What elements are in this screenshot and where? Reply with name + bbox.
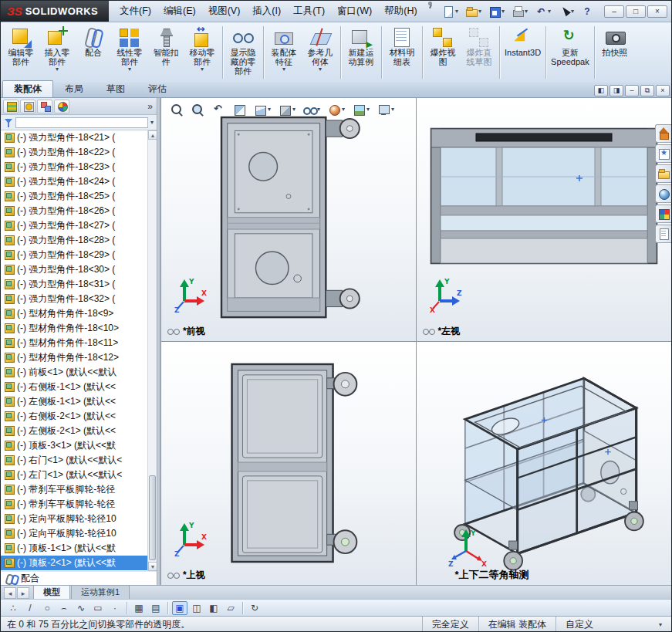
doc-restore-button[interactable]: ⧉: [640, 85, 654, 96]
tree-item[interactable]: (-) 右门<1> (默认<<默认<: [1, 453, 147, 468]
scroll-down-icon[interactable]: ▼: [148, 562, 157, 571]
menu-item[interactable]: 文件(F): [113, 2, 157, 21]
tree-item[interactable]: (-) 顶板-3<1> (默认<<默: [1, 438, 147, 453]
task-pane-tab[interactable]: [655, 184, 671, 203]
quick-snaps-icon[interactable]: ∴: [5, 601, 21, 615]
task-pane-tab[interactable]: [655, 164, 671, 183]
viewport-front[interactable]: Y X Z *前视: [161, 98, 417, 342]
tile-right-button[interactable]: ◨: [610, 85, 623, 96]
task-pane-tab[interactable]: [655, 225, 671, 243]
view-toolbar-button[interactable]: [209, 101, 228, 118]
ribbon-button[interactable]: 智能扣 件: [148, 24, 184, 69]
quick-access-button[interactable]: ▾: [555, 4, 576, 19]
tree-item[interactable]: (-) 强力型角件-18<24> (: [1, 174, 147, 189]
rectangle-icon[interactable]: ▭: [90, 601, 106, 615]
model-tab[interactable]: 模型: [33, 585, 70, 599]
tree-item[interactable]: (-) 型材角件角件-18<11>: [1, 336, 147, 350]
view-toolbar-button[interactable]: ▾: [374, 101, 397, 118]
point-icon[interactable]: ∙: [107, 601, 123, 615]
ribbon-button[interactable]: 更新 Speedpak: [549, 24, 592, 69]
viewport-top[interactable]: Y X Z *上视: [161, 342, 417, 586]
tree-scrollbar[interactable]: ▲ ▼: [147, 130, 157, 571]
tree-item[interactable]: (-) 强力型角件-18<30> (: [1, 262, 147, 277]
circle-icon[interactable]: ○: [39, 601, 55, 615]
left-view-drawing[interactable]: [428, 123, 660, 269]
shaded-view-icon[interactable]: ▣: [172, 601, 187, 615]
task-pane-tab[interactable]: [655, 204, 671, 223]
command-tab[interactable]: 装配体: [2, 80, 53, 97]
front-view-drawing[interactable]: [177, 112, 400, 326]
tree-item[interactable]: (-) 左门<1> (默认<<默认<: [1, 468, 147, 482]
tree-item[interactable]: (-) 带刹车平板脚轮-轮径: [1, 482, 147, 497]
line-icon[interactable]: /: [22, 601, 38, 615]
tree-item[interactable]: (-) 强力型角件-18<23> (: [1, 160, 147, 174]
tree-item[interactable]: (-) 型材角件角件-18<12>: [1, 350, 147, 365]
tree-item[interactable]: (-) 定向平板脚轮-轮径10: [1, 512, 147, 526]
tree-item[interactable]: (-) 左侧板-2<1> (默认<<: [1, 424, 147, 438]
tree-item[interactable]: (-) 型材角件角件-18<10>: [1, 321, 147, 336]
menu-item[interactable]: 窗口(W): [331, 2, 378, 21]
grid-icon[interactable]: ▦: [131, 601, 147, 615]
command-tab[interactable]: 评估: [137, 80, 178, 97]
tree-item[interactable]: (-) 强力型角件-18<32> (: [1, 292, 147, 306]
command-tab[interactable]: 草图: [95, 80, 137, 97]
status-cell[interactable]: 自定义 ▾: [555, 617, 671, 632]
snap-icon[interactable]: ▤: [148, 601, 164, 615]
ribbon-button[interactable]: 材料明 细表: [384, 24, 420, 69]
mates-folder-row[interactable]: 配合: [1, 571, 157, 585]
ribbon-button[interactable]: 移动零 部件 ▾: [184, 24, 220, 75]
quick-access-button[interactable]: ▾: [463, 4, 484, 19]
ribbon-button[interactable]: 拍快照: [597, 24, 633, 59]
tree-item[interactable]: (-) 强力型角件-18<26> (: [1, 204, 147, 218]
task-pane-tab[interactable]: [655, 124, 671, 143]
tree-item[interactable]: (-) 顶板-2<1> (默认<<默: [1, 556, 147, 570]
top-view-drawing[interactable]: [204, 360, 373, 566]
tree-item[interactable]: (-) 强力型角件-18<25> (: [1, 189, 147, 204]
scroll-up-icon[interactable]: ▲: [148, 130, 157, 140]
tree-item[interactable]: (-) 强力型角件-18<21> (: [1, 130, 147, 145]
feature-manager-tab[interactable]: [37, 100, 52, 113]
tab-scroll-button[interactable]: ▸: [17, 587, 29, 599]
quick-access-button[interactable]: ?: [579, 4, 596, 19]
view-toolbar-button[interactable]: ▾: [350, 101, 372, 118]
tree-item[interactable]: (-) 左侧板-1<1> (默认<<: [1, 394, 147, 409]
view-toolbar-button[interactable]: [230, 101, 248, 118]
feature-manager-tab[interactable]: [20, 100, 35, 113]
menu-pin-icon[interactable]: [427, 1, 434, 8]
menu-item[interactable]: 编辑(E): [157, 2, 202, 21]
quick-access-button[interactable]: ▾: [509, 4, 530, 19]
ribbon-button[interactable]: 参考几 何体 ▾: [302, 24, 338, 75]
tree-item[interactable]: (-) 强力型角件-18<31> (: [1, 277, 147, 292]
status-cell[interactable]: 完全定义: [422, 617, 478, 632]
filter-input[interactable]: [15, 117, 148, 128]
view-toolbar-button[interactable]: [167, 101, 186, 118]
arc-icon[interactable]: ⌢: [56, 601, 72, 615]
menu-item[interactable]: 插入(I): [246, 2, 287, 21]
feature-manager-tab[interactable]: [3, 100, 19, 113]
quick-access-button[interactable]: ▾: [440, 4, 461, 19]
command-tab[interactable]: 布局: [53, 80, 95, 97]
tree-item[interactable]: (-) 强力型角件-18<22> (: [1, 145, 147, 160]
doc-minimize-button[interactable]: –: [625, 85, 639, 96]
ribbon-button[interactable]: 新建运 动算例: [343, 24, 379, 69]
minimize-button[interactable]: –: [604, 5, 624, 18]
hidden-lines-icon[interactable]: ◫: [189, 601, 204, 615]
tree-item[interactable]: (-) 前板<1> (默认<<默认: [1, 365, 147, 380]
chevron-down-icon[interactable]: ▾: [150, 119, 154, 126]
viewport-left[interactable]: Y Z X *左视: [417, 98, 672, 342]
tree-item[interactable]: (-) 右侧板-1<1> (默认<<: [1, 380, 147, 394]
quick-access-button[interactable]: ▾: [486, 4, 507, 19]
tile-left-button[interactable]: ◧: [594, 85, 608, 96]
tree-item[interactable]: (-) 带刹车平板脚轮-轮径: [1, 497, 147, 512]
task-pane-tab[interactable]: [655, 144, 671, 163]
doc-close-button[interactable]: ×: [656, 85, 670, 96]
ribbon-button[interactable]: 插入零 部件 ▾: [39, 24, 75, 75]
view-toolbar-button[interactable]: [188, 101, 207, 118]
chevron-expand-icon[interactable]: »: [147, 101, 154, 112]
spline-icon[interactable]: ∿: [73, 601, 89, 615]
ribbon-button[interactable]: 爆炸直 线草图: [461, 24, 497, 69]
tree-item[interactable]: (-) 定向平板脚轮-轮径10: [1, 526, 147, 541]
tree-item[interactable]: (-) 顶板-1<1> (默认<<默: [1, 541, 147, 556]
ribbon-button[interactable]: 爆炸视 图: [425, 24, 461, 69]
tree-item[interactable]: (-) 右侧板-2<1> (默认<<: [1, 409, 147, 424]
